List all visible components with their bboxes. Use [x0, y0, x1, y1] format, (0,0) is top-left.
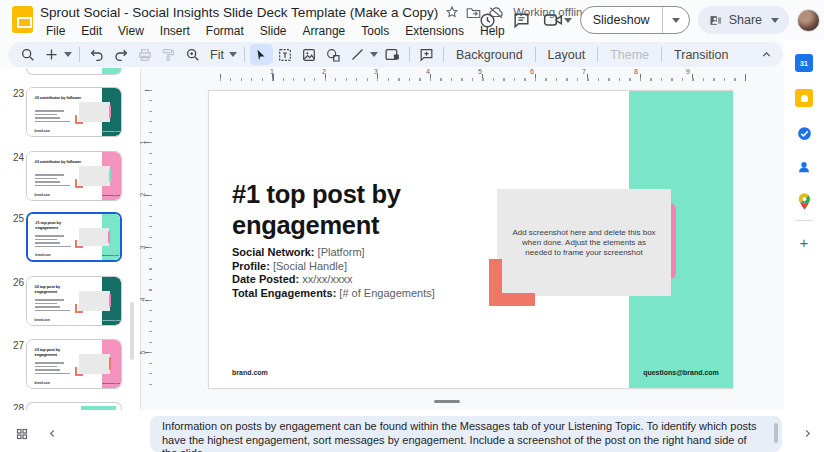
slide-filmstrip: 23 #2 contributor by follower brand.com … — [0, 68, 140, 410]
star-icon[interactable] — [445, 5, 459, 19]
menu-insert[interactable]: Insert — [154, 23, 196, 39]
background-button[interactable]: Background — [449, 48, 530, 62]
menu-arrange[interactable]: Arrange — [297, 23, 352, 39]
calendar-icon[interactable]: 31 — [795, 54, 813, 72]
keep-icon[interactable] — [795, 89, 813, 107]
horizontal-ruler: 1 2 3 4 5 6 7 8 9 — [153, 70, 778, 81]
layout-button[interactable]: Layout — [541, 48, 593, 62]
search-menus-icon[interactable] — [16, 44, 39, 65]
slide-number: 26 — [8, 277, 24, 288]
slide-editor-page[interactable]: #1 top post by engagement Social Network… — [208, 90, 733, 389]
undo-icon[interactable] — [85, 44, 108, 65]
slide-footer-brand[interactable]: brand.com — [232, 369, 268, 376]
menu-edit[interactable]: Edit — [75, 23, 108, 39]
line-caret-icon[interactable] — [370, 52, 378, 57]
slideshow-options-caret[interactable] — [662, 7, 689, 33]
slide-canvas: 1 2 3 4 5 6 7 8 9 1 2 3 4 5 #1 top post … — [140, 68, 784, 410]
document-title[interactable]: Sprout Social - Social Insights Slide De… — [40, 5, 438, 20]
paint-format-icon[interactable] — [157, 44, 180, 65]
menu-file[interactable]: File — [40, 23, 71, 39]
zoom-in-icon[interactable] — [181, 44, 204, 65]
top-bar: Sprout Social - Social Insights Slide De… — [0, 0, 824, 40]
menu-tools[interactable]: Tools — [355, 23, 395, 39]
insert-image-icon[interactable] — [298, 44, 321, 65]
slides-logo-icon[interactable] — [12, 6, 33, 33]
hide-side-panel-icon[interactable] — [802, 425, 813, 443]
tasks-icon[interactable] — [795, 124, 813, 142]
insert-comment-icon[interactable] — [415, 44, 438, 65]
theme-button[interactable]: Theme — [603, 48, 656, 62]
user-avatar[interactable] — [797, 9, 820, 32]
google-slides-app: Sprout Social - Social Insights Slide De… — [0, 0, 824, 452]
new-slide-caret-icon[interactable] — [64, 52, 72, 57]
slide-footer-email[interactable]: questions@brand.com — [629, 369, 733, 376]
share-lock-icon — [708, 13, 723, 28]
notes-resize-handle[interactable] — [434, 400, 460, 403]
menu-view[interactable]: View — [112, 23, 150, 39]
select-tool-icon[interactable] — [250, 44, 273, 65]
hide-menus-icon[interactable] — [755, 48, 777, 61]
insert-video-icon[interactable] — [381, 44, 404, 65]
slide-number: 23 — [8, 88, 24, 99]
meet-camera-button[interactable] — [543, 12, 572, 28]
thumbnail-preview: #2 contributor by follower brand.com que… — [27, 88, 121, 136]
print-icon[interactable] — [133, 44, 156, 65]
insert-shape-icon[interactable] — [322, 44, 345, 65]
slide-number: 24 — [8, 152, 24, 163]
thumbnail-preview: #1 top post by engagement brand.com ques… — [28, 214, 120, 260]
comment-history-icon[interactable] — [509, 7, 535, 33]
meet-caret-icon[interactable] — [564, 18, 572, 23]
bottom-bar: Information on posts by engagement can b… — [0, 410, 784, 452]
share-caret-icon[interactable] — [771, 18, 779, 23]
vertical-ruler: 1 2 3 4 5 — [141, 81, 152, 406]
filmstrip-scrollbar[interactable] — [130, 302, 134, 360]
version-history-icon[interactable] — [475, 7, 501, 33]
slide-number: 25 — [8, 213, 24, 224]
slide-number: 27 — [8, 340, 24, 351]
main-toolbar: Fit Background Layout Theme — [8, 42, 783, 67]
slideshow-button[interactable]: Slideshow — [580, 6, 690, 34]
coral-corner-bracket[interactable] — [489, 259, 535, 306]
share-button[interactable]: Share — [698, 6, 789, 34]
thumbnail-preview: #2 top post by engagement brand.com ques… — [27, 277, 121, 325]
contacts-icon[interactable] — [795, 158, 813, 176]
text-box-icon[interactable] — [274, 44, 297, 65]
new-slide-button[interactable] — [40, 44, 63, 65]
maps-icon[interactable] — [795, 192, 813, 210]
slide-details-text[interactable]: Social Network: [Platform] Profile: [Soc… — [232, 246, 435, 300]
menu-extensions[interactable]: Extensions — [399, 23, 470, 39]
get-addons-icon[interactable]: + — [795, 233, 813, 251]
speaker-notes[interactable]: Information on posts by engagement can b… — [150, 416, 782, 452]
grid-view-icon[interactable] — [16, 426, 28, 444]
side-panel-rail: 31 + — [784, 40, 824, 452]
redo-icon[interactable] — [109, 44, 132, 65]
menu-slide[interactable]: Slide — [254, 23, 293, 39]
thumbnail-preview: #3 top post by engagement brand.com ques… — [27, 340, 121, 388]
collapse-filmstrip-icon[interactable] — [47, 425, 58, 443]
zoom-select[interactable]: Fit — [205, 48, 239, 62]
notes-scrollbar[interactable] — [774, 423, 778, 443]
insert-line-icon[interactable] — [346, 44, 369, 65]
thumbnail-preview: #3 contributor by follower brand.com que… — [27, 152, 121, 200]
zoom-caret-icon — [229, 52, 237, 57]
transition-button[interactable]: Transition — [667, 48, 735, 62]
menu-format[interactable]: Format — [200, 23, 250, 39]
